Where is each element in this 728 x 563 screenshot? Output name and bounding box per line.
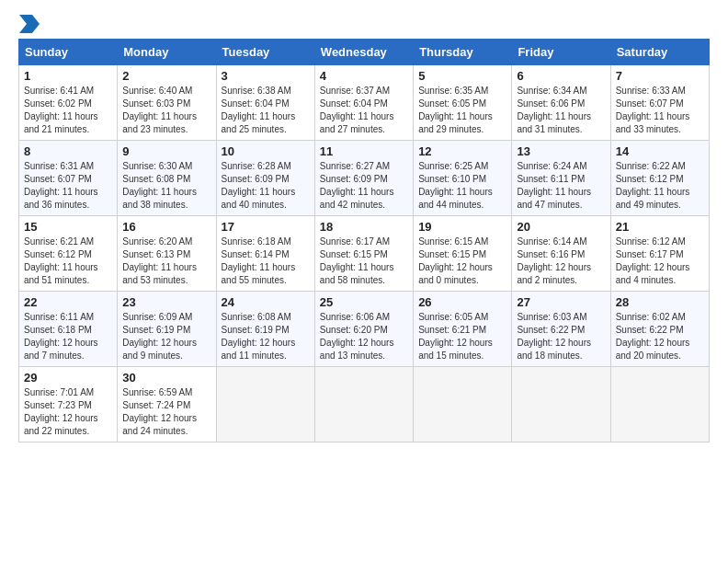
dow-header: Saturday bbox=[610, 40, 709, 65]
calendar-cell: 8Sunrise: 6:31 AM Sunset: 6:07 PM Daylig… bbox=[19, 141, 118, 216]
calendar-cell: 5Sunrise: 6:35 AM Sunset: 6:05 PM Daylig… bbox=[414, 65, 512, 141]
dow-header: Wednesday bbox=[314, 40, 413, 65]
calendar-week-row: 8Sunrise: 6:31 AM Sunset: 6:07 PM Daylig… bbox=[19, 141, 710, 216]
day-detail: Sunrise: 6:17 AM Sunset: 6:15 PM Dayligh… bbox=[320, 236, 408, 287]
calendar-cell: 17Sunrise: 6:18 AM Sunset: 6:14 PM Dayli… bbox=[216, 216, 314, 292]
day-number: 9 bbox=[122, 144, 210, 158]
day-number: 7 bbox=[616, 69, 704, 83]
day-number: 10 bbox=[222, 144, 310, 158]
day-number: 8 bbox=[24, 144, 112, 158]
day-detail: Sunrise: 6:05 AM Sunset: 6:21 PM Dayligh… bbox=[418, 311, 506, 362]
day-number: 5 bbox=[418, 69, 506, 83]
calendar-cell: 23Sunrise: 6:09 AM Sunset: 6:19 PM Dayli… bbox=[118, 292, 216, 367]
day-detail: Sunrise: 6:28 AM Sunset: 6:09 PM Dayligh… bbox=[222, 160, 310, 212]
days-of-week-row: SundayMondayTuesdayWednesdayThursdayFrid… bbox=[19, 40, 710, 65]
calendar-week-row: 22Sunrise: 6:11 AM Sunset: 6:18 PM Dayli… bbox=[19, 292, 710, 367]
logo-arrow-icon bbox=[19, 15, 40, 33]
calendar-cell: 16Sunrise: 6:20 AM Sunset: 6:13 PM Dayli… bbox=[118, 216, 216, 292]
calendar-table: SundayMondayTuesdayWednesdayThursdayFrid… bbox=[18, 39, 710, 442]
dow-header: Friday bbox=[512, 40, 610, 65]
calendar-cell: 4Sunrise: 6:37 AM Sunset: 6:04 PM Daylig… bbox=[314, 65, 413, 141]
day-detail: Sunrise: 6:09 AM Sunset: 6:19 PM Dayligh… bbox=[122, 311, 210, 362]
svg-marker-0 bbox=[19, 15, 40, 33]
day-number: 11 bbox=[320, 144, 408, 158]
day-detail: Sunrise: 6:15 AM Sunset: 6:15 PM Dayligh… bbox=[418, 236, 506, 287]
day-detail: Sunrise: 7:01 AM Sunset: 7:23 PM Dayligh… bbox=[24, 386, 112, 438]
calendar-cell: 19Sunrise: 6:15 AM Sunset: 6:15 PM Dayli… bbox=[414, 216, 512, 292]
day-detail: Sunrise: 6:14 AM Sunset: 6:16 PM Dayligh… bbox=[517, 236, 605, 287]
calendar-cell: 11Sunrise: 6:27 AM Sunset: 6:09 PM Dayli… bbox=[314, 141, 413, 216]
day-number: 27 bbox=[517, 295, 605, 309]
calendar-cell: 20Sunrise: 6:14 AM Sunset: 6:16 PM Dayli… bbox=[512, 216, 610, 292]
calendar-cell bbox=[610, 367, 709, 442]
calendar-body: 1Sunrise: 6:41 AM Sunset: 6:02 PM Daylig… bbox=[19, 65, 710, 442]
day-detail: Sunrise: 6:21 AM Sunset: 6:12 PM Dayligh… bbox=[24, 236, 112, 287]
day-number: 29 bbox=[24, 371, 112, 385]
day-detail: Sunrise: 6:24 AM Sunset: 6:11 PM Dayligh… bbox=[517, 160, 605, 212]
day-number: 1 bbox=[24, 69, 112, 83]
calendar-cell: 24Sunrise: 6:08 AM Sunset: 6:19 PM Dayli… bbox=[216, 292, 314, 367]
day-detail: Sunrise: 6:06 AM Sunset: 6:20 PM Dayligh… bbox=[320, 311, 408, 362]
day-number: 22 bbox=[24, 295, 112, 309]
day-number: 3 bbox=[222, 69, 310, 83]
day-number: 12 bbox=[418, 144, 506, 158]
calendar-cell: 13Sunrise: 6:24 AM Sunset: 6:11 PM Dayli… bbox=[512, 141, 610, 216]
day-detail: Sunrise: 6:59 AM Sunset: 7:24 PM Dayligh… bbox=[122, 386, 210, 438]
dow-header: Monday bbox=[118, 40, 216, 65]
calendar-cell: 12Sunrise: 6:25 AM Sunset: 6:10 PM Dayli… bbox=[414, 141, 512, 216]
day-number: 21 bbox=[616, 220, 704, 234]
day-detail: Sunrise: 6:20 AM Sunset: 6:13 PM Dayligh… bbox=[122, 236, 210, 287]
day-detail: Sunrise: 6:02 AM Sunset: 6:22 PM Dayligh… bbox=[616, 311, 704, 362]
day-detail: Sunrise: 6:35 AM Sunset: 6:05 PM Dayligh… bbox=[418, 85, 506, 136]
calendar-cell: 22Sunrise: 6:11 AM Sunset: 6:18 PM Dayli… bbox=[19, 292, 118, 367]
logo bbox=[18, 15, 40, 33]
day-detail: Sunrise: 6:41 AM Sunset: 6:02 PM Dayligh… bbox=[24, 85, 112, 136]
day-number: 4 bbox=[320, 69, 408, 83]
dow-header: Tuesday bbox=[216, 40, 314, 65]
day-number: 17 bbox=[222, 220, 310, 234]
calendar-cell bbox=[512, 367, 610, 442]
day-number: 23 bbox=[122, 295, 210, 309]
day-number: 26 bbox=[418, 295, 506, 309]
page-header bbox=[18, 15, 710, 33]
day-number: 19 bbox=[418, 220, 506, 234]
calendar-cell: 6Sunrise: 6:34 AM Sunset: 6:06 PM Daylig… bbox=[512, 65, 610, 141]
day-number: 14 bbox=[616, 144, 704, 158]
day-detail: Sunrise: 6:27 AM Sunset: 6:09 PM Dayligh… bbox=[320, 160, 408, 212]
calendar-cell bbox=[216, 367, 314, 442]
day-detail: Sunrise: 6:11 AM Sunset: 6:18 PM Dayligh… bbox=[24, 311, 112, 362]
calendar-cell: 21Sunrise: 6:12 AM Sunset: 6:17 PM Dayli… bbox=[610, 216, 709, 292]
day-detail: Sunrise: 6:34 AM Sunset: 6:06 PM Dayligh… bbox=[517, 85, 605, 136]
calendar-cell: 25Sunrise: 6:06 AM Sunset: 6:20 PM Dayli… bbox=[314, 292, 413, 367]
day-detail: Sunrise: 6:33 AM Sunset: 6:07 PM Dayligh… bbox=[616, 85, 704, 136]
day-detail: Sunrise: 6:03 AM Sunset: 6:22 PM Dayligh… bbox=[517, 311, 605, 362]
day-detail: Sunrise: 6:12 AM Sunset: 6:17 PM Dayligh… bbox=[616, 236, 704, 287]
calendar-week-row: 1Sunrise: 6:41 AM Sunset: 6:02 PM Daylig… bbox=[19, 65, 710, 141]
calendar-cell bbox=[314, 367, 413, 442]
day-number: 24 bbox=[222, 295, 310, 309]
day-detail: Sunrise: 6:40 AM Sunset: 6:03 PM Dayligh… bbox=[122, 85, 210, 136]
calendar-cell: 7Sunrise: 6:33 AM Sunset: 6:07 PM Daylig… bbox=[610, 65, 709, 141]
calendar-cell bbox=[414, 367, 512, 442]
day-detail: Sunrise: 6:22 AM Sunset: 6:12 PM Dayligh… bbox=[616, 160, 704, 212]
day-detail: Sunrise: 6:30 AM Sunset: 6:08 PM Dayligh… bbox=[122, 160, 210, 212]
calendar-week-row: 15Sunrise: 6:21 AM Sunset: 6:12 PM Dayli… bbox=[19, 216, 710, 292]
calendar-cell: 9Sunrise: 6:30 AM Sunset: 6:08 PM Daylig… bbox=[118, 141, 216, 216]
day-number: 16 bbox=[122, 220, 210, 234]
day-number: 18 bbox=[320, 220, 408, 234]
calendar-cell: 29Sunrise: 7:01 AM Sunset: 7:23 PM Dayli… bbox=[19, 367, 118, 442]
calendar-cell: 28Sunrise: 6:02 AM Sunset: 6:22 PM Dayli… bbox=[610, 292, 709, 367]
calendar-cell: 26Sunrise: 6:05 AM Sunset: 6:21 PM Dayli… bbox=[414, 292, 512, 367]
day-number: 30 bbox=[122, 371, 210, 385]
day-number: 6 bbox=[517, 69, 605, 83]
calendar-cell: 30Sunrise: 6:59 AM Sunset: 7:24 PM Dayli… bbox=[118, 367, 216, 442]
day-number: 13 bbox=[517, 144, 605, 158]
day-detail: Sunrise: 6:37 AM Sunset: 6:04 PM Dayligh… bbox=[320, 85, 408, 136]
calendar-cell: 18Sunrise: 6:17 AM Sunset: 6:15 PM Dayli… bbox=[314, 216, 413, 292]
day-number: 15 bbox=[24, 220, 112, 234]
calendar-cell: 15Sunrise: 6:21 AM Sunset: 6:12 PM Dayli… bbox=[19, 216, 118, 292]
calendar-cell: 3Sunrise: 6:38 AM Sunset: 6:04 PM Daylig… bbox=[216, 65, 314, 141]
day-detail: Sunrise: 6:31 AM Sunset: 6:07 PM Dayligh… bbox=[24, 160, 112, 212]
calendar-cell: 2Sunrise: 6:40 AM Sunset: 6:03 PM Daylig… bbox=[118, 65, 216, 141]
day-number: 2 bbox=[122, 69, 210, 83]
